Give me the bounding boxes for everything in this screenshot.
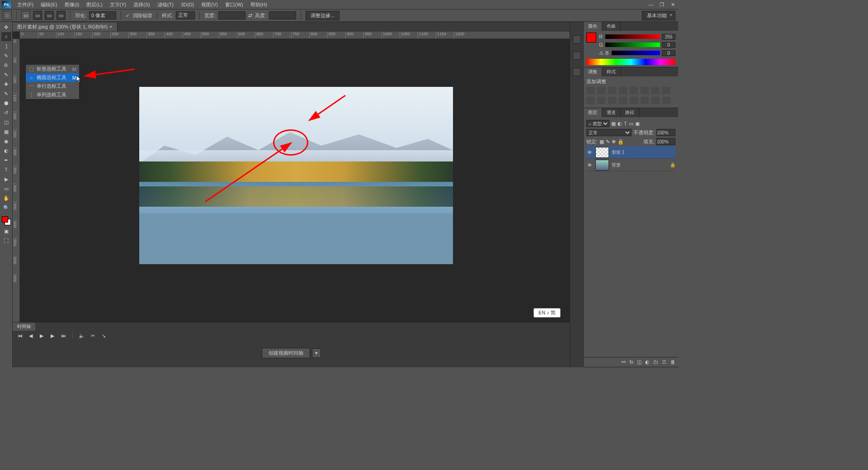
- layer-row[interactable]: 👁 背景 🔒: [586, 159, 675, 171]
- document-tab[interactable]: 图片素材.jpeg @ 100% (形状 1, RGB/8#) ×: [13, 23, 118, 31]
- antialias-check-icon[interactable]: ✓: [126, 13, 130, 19]
- swap-wh-icon[interactable]: ⇄: [248, 13, 252, 19]
- play-icon[interactable]: ▶: [38, 332, 45, 339]
- menu-image[interactable]: 图像(I): [61, 0, 83, 9]
- prev-frame-icon[interactable]: ◀: [27, 332, 34, 339]
- delete-layer-icon[interactable]: 🗑: [670, 359, 675, 365]
- adj-gradmap-icon[interactable]: [641, 97, 649, 104]
- adj-invert-icon[interactable]: [608, 97, 616, 104]
- style-select[interactable]: 正常: [176, 11, 195, 19]
- g-slider[interactable]: [605, 43, 660, 47]
- new-fill-icon[interactable]: ◐: [645, 359, 650, 365]
- feather-input[interactable]: [89, 11, 116, 19]
- transition-icon[interactable]: ↘: [100, 332, 107, 339]
- adj-levels-icon[interactable]: [597, 87, 605, 94]
- character-stub-icon[interactable]: [573, 68, 581, 76]
- adj-brightness-icon[interactable]: [586, 87, 594, 94]
- menu-type[interactable]: 文字(Y): [106, 0, 130, 9]
- brush-tool[interactable]: ✎: [1, 89, 11, 98]
- eyedropper-tool[interactable]: ✎: [1, 70, 11, 79]
- b-slider[interactable]: [612, 51, 660, 55]
- r-slider[interactable]: [605, 34, 660, 39]
- g-value[interactable]: 0: [662, 42, 675, 48]
- adj-exposure-icon[interactable]: [619, 87, 627, 94]
- foreground-color[interactable]: [2, 216, 8, 223]
- crop-tool[interactable]: ⯐: [1, 61, 11, 70]
- maximize-button[interactable]: ❐: [656, 0, 667, 9]
- layer-fx-icon[interactable]: fx: [629, 359, 633, 365]
- quickmask-tool[interactable]: ▣: [1, 227, 11, 236]
- lasso-tool[interactable]: ⟆: [1, 42, 11, 51]
- selection-intersect-icon[interactable]: ▭: [57, 11, 66, 20]
- flyout-ellipse-marquee[interactable]: ○椭圆选框工具M: [26, 73, 79, 82]
- b-value[interactable]: 0: [662, 50, 675, 56]
- split-icon[interactable]: ✂: [89, 332, 96, 339]
- selection-new-icon[interactable]: ▭: [21, 11, 30, 20]
- layer-name[interactable]: 形状 1: [612, 149, 675, 156]
- tab-close-icon[interactable]: ×: [109, 24, 112, 29]
- tool-preset-icon[interactable]: ○: [3, 11, 12, 20]
- layer-thumb[interactable]: [595, 160, 609, 171]
- dodge-tool[interactable]: ◐: [1, 146, 11, 155]
- adj-selcolor-icon[interactable]: [651, 97, 660, 104]
- adj-hue-icon[interactable]: [641, 87, 649, 94]
- flyout-rect-marquee[interactable]: ⬚矩形选框工具M: [26, 65, 79, 73]
- color-spectrum[interactable]: [586, 59, 675, 65]
- adj-photo-icon[interactable]: [662, 87, 670, 94]
- flyout-row-marquee[interactable]: ⋯单行选框工具: [26, 82, 79, 90]
- fill-input[interactable]: [656, 138, 675, 145]
- last-frame-icon[interactable]: ⏭: [60, 332, 67, 339]
- r-value[interactable]: 255: [662, 34, 675, 40]
- selection-subtract-icon[interactable]: ▭: [45, 11, 54, 20]
- properties-stub-icon[interactable]: [573, 52, 581, 60]
- zoom-tool[interactable]: 🔍: [1, 203, 11, 212]
- filter-type-icon[interactable]: T: [624, 121, 627, 126]
- layer-filter-kind[interactable]: ⌕ 类型: [586, 120, 609, 127]
- workspace-switcher[interactable]: 基本功能: [642, 11, 675, 20]
- adj-bw-icon[interactable]: [651, 87, 660, 94]
- adj-curves-icon[interactable]: [608, 87, 616, 94]
- timeline-type-dropdown[interactable]: ▾: [312, 348, 321, 358]
- ruler-horizontal[interactable]: 0501001502002503003504004505005506006507…: [20, 32, 570, 39]
- stamp-tool[interactable]: ⬢: [1, 99, 11, 108]
- audio-icon[interactable]: 🔈: [78, 332, 85, 339]
- menu-view[interactable]: 视图(V): [198, 0, 222, 9]
- type-tool[interactable]: T: [1, 165, 11, 174]
- styles-tab[interactable]: 样式: [602, 67, 621, 76]
- move-tool[interactable]: ✥: [1, 23, 11, 32]
- menu-window[interactable]: 窗口(W): [222, 0, 247, 9]
- pen-tool[interactable]: ✒: [1, 156, 11, 165]
- lock-pos-icon[interactable]: ✥: [612, 139, 616, 145]
- adj-vibrance-icon[interactable]: [630, 87, 638, 94]
- menu-filter[interactable]: 滤镜(T): [154, 0, 177, 9]
- adj-poster-icon[interactable]: [619, 97, 627, 104]
- heal-tool[interactable]: ✚: [1, 80, 11, 89]
- adj-channel-icon[interactable]: [586, 97, 594, 104]
- menu-help[interactable]: 帮助(H): [247, 0, 271, 9]
- menu-layer[interactable]: 图层(L): [83, 0, 106, 9]
- marquee-tool[interactable]: ○: [1, 32, 11, 41]
- refine-edge-button[interactable]: 调整边缘...: [306, 11, 340, 20]
- channels-tab[interactable]: 通道: [602, 108, 621, 117]
- quick-select-tool[interactable]: ✎: [1, 51, 11, 60]
- filter-smart-icon[interactable]: ▣: [635, 121, 640, 127]
- layer-mask-icon[interactable]: ◫: [637, 359, 642, 365]
- filter-shape-icon[interactable]: ▭: [629, 121, 633, 127]
- ruler-vertical[interactable]: 050100150200250300350400450500550600650: [13, 39, 20, 367]
- timeline-tab[interactable]: 时间轴: [13, 323, 35, 331]
- lock-trans-icon[interactable]: ▦: [599, 139, 604, 145]
- create-timeline-button[interactable]: 创建视频时间轴: [262, 348, 310, 358]
- new-group-icon[interactable]: 🗀: [653, 359, 658, 365]
- color-swatches[interactable]: [1, 215, 12, 226]
- menu-edit[interactable]: 编辑(E): [37, 0, 61, 9]
- layer-thumb[interactable]: [595, 147, 609, 158]
- layers-tab[interactable]: 图层: [584, 108, 602, 117]
- shape-tool[interactable]: ▭: [1, 184, 11, 193]
- path-select-tool[interactable]: ▶: [1, 175, 11, 184]
- close-button[interactable]: ✕: [667, 0, 678, 9]
- link-layers-icon[interactable]: ⚯: [622, 359, 626, 365]
- blur-tool[interactable]: ◉: [1, 137, 11, 146]
- canvas[interactable]: [20, 39, 570, 349]
- hand-tool[interactable]: ✋: [1, 194, 11, 203]
- lock-all-icon[interactable]: 🔒: [618, 139, 624, 145]
